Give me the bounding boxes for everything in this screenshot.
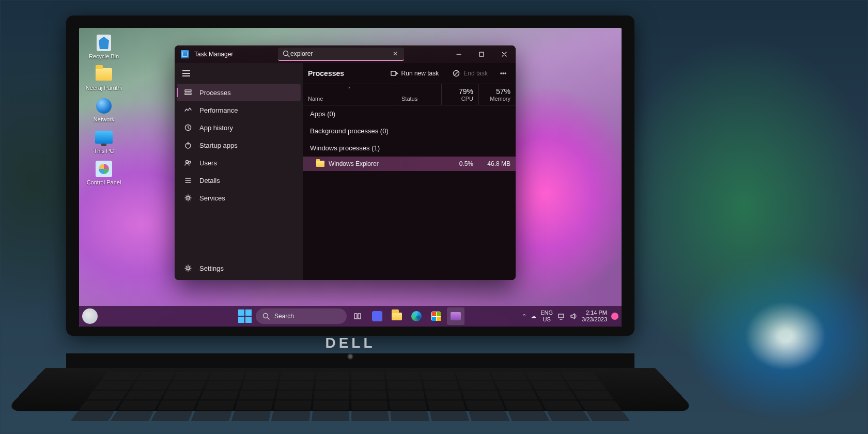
nav-users[interactable]: Users — [177, 154, 301, 172]
pinned-store[interactable] — [427, 307, 445, 325]
performance-icon — [184, 106, 192, 114]
notification-badge[interactable] — [611, 313, 618, 320]
more-icon — [499, 69, 507, 78]
end-task-button[interactable]: End task — [447, 66, 493, 81]
widgets-button[interactable] — [82, 308, 98, 324]
desktop-icon-label: Neeraj Paruthi — [86, 85, 122, 91]
page-title: Processes — [308, 69, 382, 78]
hamburger-button[interactable] — [176, 65, 196, 82]
nav-app-history[interactable]: App history — [177, 119, 301, 136]
col-name[interactable]: ⌃ Name — [303, 84, 396, 105]
svg-rect-1 — [479, 52, 484, 56]
language-indicator[interactable]: ENG US — [540, 309, 553, 323]
nav-label: Performance — [199, 106, 238, 114]
laptop: Recycle Bin Neeraj Paruthi Network This … — [66, 0, 634, 393]
nav-services[interactable]: Services — [177, 189, 301, 207]
desktop-icon-label: Recycle Bin — [89, 53, 119, 59]
desktop-screen: Recycle Bin Neeraj Paruthi Network This … — [79, 28, 622, 327]
svg-rect-3 — [185, 93, 191, 95]
search-icon — [282, 50, 290, 58]
search-box[interactable]: ✕ — [278, 48, 404, 61]
process-row-windows-explorer[interactable]: Windows Explorer 0.5% 46.8 MB — [303, 157, 516, 171]
run-new-task-button[interactable]: Run new task — [385, 66, 444, 81]
task-manager-window[interactable]: Task Manager ✕ Processes — [175, 45, 516, 280]
history-icon — [184, 123, 192, 132]
pinned-chat[interactable] — [368, 307, 386, 325]
recycle-bin-icon — [97, 35, 111, 51]
task-manager-icon — [181, 50, 189, 58]
processes-icon — [184, 88, 192, 97]
group-background[interactable]: Background processes (0) — [303, 122, 516, 140]
tray-chevron-icon[interactable]: ⌃ — [522, 313, 526, 320]
pinned-explorer[interactable] — [388, 307, 406, 325]
desktop-icon-recycle-bin[interactable]: Recycle Bin — [81, 32, 127, 64]
taskbar-search[interactable]: Search — [256, 308, 347, 324]
start-button[interactable] — [236, 307, 254, 325]
desktop-icon-network[interactable]: Network — [81, 95, 127, 127]
mem-pct: 57% — [496, 87, 510, 96]
volume-icon[interactable] — [569, 312, 578, 320]
nav-processes[interactable]: Processes — [177, 84, 301, 101]
nav-label: Services — [199, 194, 225, 202]
desktop-icon-label: This PC — [94, 148, 114, 154]
more-options-button[interactable] — [496, 66, 510, 81]
col-memory[interactable]: 57% Memory — [478, 84, 516, 105]
col-label: Memory — [490, 96, 510, 102]
process-cpu: 0.5% — [441, 160, 478, 167]
nav-label: Processes — [199, 89, 231, 97]
task-view-button[interactable] — [349, 307, 366, 325]
group-apps[interactable]: Apps (0) — [303, 105, 516, 122]
window-title: Task Manager — [194, 51, 233, 58]
nav-settings[interactable]: Settings — [177, 259, 301, 277]
details-icon — [184, 176, 192, 184]
sort-chevron-icon: ⌃ — [347, 86, 351, 92]
col-label: Name — [308, 96, 323, 102]
pinned-current-app[interactable] — [447, 307, 464, 325]
titlebar[interactable]: Task Manager ✕ — [175, 45, 516, 63]
svg-point-8 — [187, 197, 190, 199]
search-placeholder: Search — [274, 313, 294, 320]
svg-rect-16 — [354, 314, 357, 319]
close-button[interactable] — [493, 45, 516, 63]
svg-rect-17 — [358, 314, 361, 319]
taskbar[interactable]: Search ⌃ ☁ ENG US 2:14 PM — [79, 306, 622, 327]
clear-search-icon[interactable]: ✕ — [391, 49, 400, 58]
minimize-button[interactable] — [447, 45, 470, 63]
task-view-icon — [353, 312, 362, 320]
col-cpu[interactable]: 79% CPU — [441, 84, 478, 105]
network-icon[interactable] — [557, 312, 565, 320]
desktop-icon-control-panel[interactable]: Control Panel — [81, 158, 127, 190]
desktop-icon-label: Network — [94, 116, 114, 122]
col-status[interactable]: Status — [396, 84, 441, 105]
desktop-icons: Recycle Bin Neeraj Paruthi Network This … — [81, 32, 127, 190]
nav-label: Settings — [199, 265, 224, 272]
group-windows[interactable]: Windows processes (1) — [303, 140, 516, 157]
svg-point-9 — [187, 267, 190, 270]
nav-performance[interactable]: Performance — [177, 101, 301, 119]
folder-icon — [316, 161, 324, 167]
folder-icon — [96, 68, 112, 81]
maximize-button[interactable] — [470, 45, 493, 63]
desktop-icon-user-folder[interactable]: Neeraj Paruthi — [81, 64, 127, 95]
store-icon — [431, 312, 441, 321]
window-controls — [447, 45, 516, 63]
clock[interactable]: 2:14 PM 3/23/2023 — [582, 309, 607, 323]
desktop-icon-this-pc[interactable]: This PC — [81, 127, 127, 158]
services-icon — [184, 194, 192, 202]
svg-point-14 — [505, 73, 506, 74]
search-icon — [262, 312, 270, 320]
svg-point-0 — [284, 51, 288, 56]
col-label: CPU — [461, 96, 473, 102]
main-panel: Processes Run new task End task — [303, 63, 516, 280]
app-icon — [451, 312, 461, 320]
onedrive-icon[interactable]: ☁ — [531, 313, 536, 320]
svg-point-12 — [501, 73, 502, 74]
nav-startup-apps[interactable]: Startup apps — [177, 136, 301, 154]
monitor-icon — [95, 131, 113, 144]
pinned-edge[interactable] — [408, 307, 425, 325]
svg-rect-10 — [391, 71, 396, 75]
svg-point-7 — [189, 161, 191, 163]
nav-details[interactable]: Details — [177, 172, 301, 189]
search-input[interactable] — [290, 50, 391, 57]
windows-logo-icon — [238, 309, 252, 323]
